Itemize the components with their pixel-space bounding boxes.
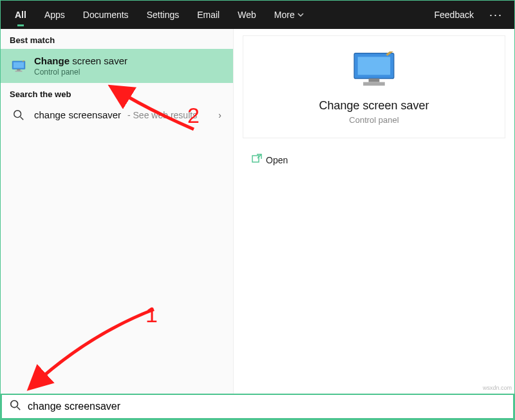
tab-email-label: Email xyxy=(197,10,220,20)
svg-rect-3 xyxy=(15,70,23,71)
tab-all-label: All xyxy=(15,10,26,20)
results-panel: Best match Change screen saver Control p… xyxy=(1,29,234,394)
tab-apps-label: Apps xyxy=(44,10,65,20)
open-label: Open xyxy=(266,155,288,165)
svg-line-14 xyxy=(17,407,21,410)
preview-panel: Change screen saver Control panel Open xyxy=(234,29,514,394)
best-match-text: Change screen saver Control panel xyxy=(34,55,127,77)
search-bar-icon xyxy=(10,399,21,414)
monitor-icon xyxy=(10,60,28,72)
web-result-query: change screensaver xyxy=(34,109,121,120)
svg-line-6 xyxy=(21,117,24,120)
feedback-label: Feedback xyxy=(435,10,474,20)
svg-rect-10 xyxy=(363,82,385,86)
search-web-header: Search the web xyxy=(1,83,233,103)
open-icon xyxy=(252,154,266,166)
best-match-title-rest: screen saver xyxy=(70,55,127,66)
svg-rect-8 xyxy=(358,57,390,75)
body: Best match Change screen saver Control p… xyxy=(1,29,514,394)
svg-rect-9 xyxy=(369,78,380,82)
search-bar[interactable] xyxy=(1,394,514,419)
best-match-header: Best match xyxy=(1,29,233,49)
feedback-link[interactable]: Feedback xyxy=(426,10,483,20)
web-result[interactable]: change screensaver - See web results › xyxy=(1,103,233,127)
best-match-title-bold: Change xyxy=(34,55,70,66)
monitor-large-icon xyxy=(352,51,396,90)
tab-web-label: Web xyxy=(238,10,256,20)
svg-point-5 xyxy=(14,111,21,118)
tab-more[interactable]: More xyxy=(265,1,313,29)
search-icon xyxy=(10,109,28,121)
search-input[interactable] xyxy=(28,401,505,412)
chevron-right-icon: › xyxy=(218,110,221,120)
window-root: All Apps Documents Settings Email Web Mo… xyxy=(0,0,515,420)
tab-web[interactable]: Web xyxy=(229,1,265,29)
svg-rect-12 xyxy=(252,156,259,162)
overflow-menu[interactable]: ··· xyxy=(483,8,509,22)
tab-settings[interactable]: Settings xyxy=(138,1,189,29)
svg-rect-1 xyxy=(14,62,24,68)
tab-settings-label: Settings xyxy=(147,10,180,20)
ellipsis-icon: ··· xyxy=(489,8,503,21)
chevron-down-icon xyxy=(297,12,304,18)
preview-card: Change screen saver Control panel xyxy=(243,35,505,138)
best-match-title: Change screen saver xyxy=(34,55,127,66)
preview-subtitle: Control panel xyxy=(349,115,398,125)
watermark: wsxdn.com xyxy=(483,385,512,391)
svg-point-13 xyxy=(11,401,18,408)
best-match-subtitle: Control panel xyxy=(34,68,127,77)
web-result-suffix: - See web results xyxy=(125,110,197,120)
best-match-result[interactable]: Change screen saver Control panel xyxy=(1,49,233,83)
filter-tabs: All Apps Documents Settings Email Web Mo… xyxy=(1,1,514,29)
tab-apps[interactable]: Apps xyxy=(35,1,74,29)
preview-title: Change screen saver xyxy=(319,99,429,113)
tab-documents-label: Documents xyxy=(83,10,129,20)
tab-all[interactable]: All xyxy=(6,1,35,29)
tab-documents[interactable]: Documents xyxy=(74,1,138,29)
tab-email[interactable]: Email xyxy=(188,1,229,29)
tab-more-label: More xyxy=(274,10,295,20)
svg-rect-2 xyxy=(17,69,20,70)
web-result-text: change screensaver - See web results xyxy=(34,109,197,121)
open-action[interactable]: Open xyxy=(249,149,499,171)
